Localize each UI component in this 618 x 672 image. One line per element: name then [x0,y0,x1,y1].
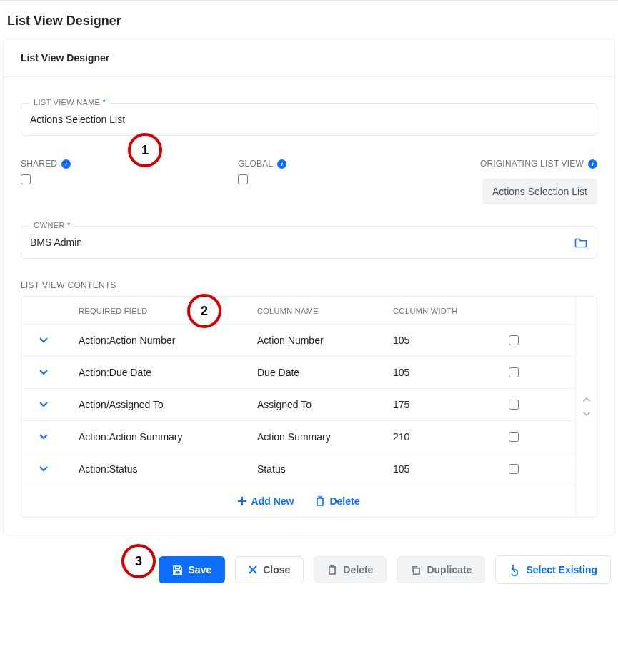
move-up-icon[interactable] [582,397,591,403]
chevron-down-icon[interactable] [29,369,79,376]
cell-required: Action:Due Date [79,367,257,378]
contents-grid: 2 REQUIRED FIELD COLUMN NAME COLUMN WIDT… [21,296,597,518]
callout-1: 1 [128,133,162,167]
select-existing-button[interactable]: Select Existing [495,555,611,584]
cell-colname: Due Date [257,367,393,378]
row-checkbox[interactable] [509,400,519,410]
duplicate-button[interactable]: Duplicate [397,556,485,583]
cell-colwidth: 105 [393,463,507,475]
col-required-header: REQUIRED FIELD [79,307,257,315]
delete-button[interactable]: Delete [314,556,387,583]
chevron-down-icon[interactable] [29,465,79,473]
table-row[interactable]: Action:Action Summary Action Summary 210 [21,421,575,453]
callout-3: 3 [121,544,156,578]
cell-colname: Action Summary [257,431,393,443]
cell-colname: Action Number [257,335,393,346]
row-checkbox[interactable] [509,367,519,377]
save-button[interactable]: Save [159,556,226,583]
reorder-controls [575,297,597,517]
row-checkbox[interactable] [509,432,519,442]
table-row[interactable]: Action:Status Status 105 [21,453,575,485]
cell-required: Action:Action Summary [79,431,257,443]
folder-icon[interactable] [574,237,587,248]
footer-actions: 3 Save Close Delete Duplicate Select Exi… [0,535,618,598]
row-checkbox[interactable] [509,335,519,345]
table-row[interactable]: Action/Assigned To Assigned To 175 [21,389,575,421]
cell-colname: Assigned To [257,399,393,410]
owner-label: OWNER * [29,221,75,229]
cell-colwidth: 210 [393,431,507,443]
cell-colwidth: 105 [393,367,507,378]
name-label: LIST VIEW NAME * [29,98,110,107]
cell-colwidth: 175 [393,399,507,410]
grid-header: REQUIRED FIELD COLUMN NAME COLUMN WIDTH [21,297,575,325]
page-title: List View Designer [7,14,611,29]
table-row[interactable]: Action:Action Number Action Number 105 [21,325,575,357]
callout-2: 2 [187,294,221,328]
cell-colwidth: 105 [393,335,507,346]
info-icon[interactable]: i [277,159,286,169]
owner-field-group: OWNER * [21,226,597,259]
cell-required: Action:Action Number [79,335,257,346]
originating-value: Actions Selection List [482,179,597,204]
name-field-group: LIST VIEW NAME * [21,103,597,136]
shared-checkbox[interactable] [21,174,31,184]
shared-label: SHARED i [21,159,221,169]
card-title: List View Designer [4,39,614,77]
info-icon[interactable]: i [61,159,71,169]
global-label: GLOBAL i [238,159,424,169]
chevron-down-icon[interactable] [29,433,79,440]
cell-required: Action/Assigned To [79,399,257,410]
info-icon[interactable]: i [588,159,597,169]
svg-rect-0 [414,568,419,573]
move-down-icon[interactable] [582,410,591,416]
table-row[interactable]: Action:Due Date Due Date 105 [21,357,575,389]
contents-label: LIST VIEW CONTENTS [21,280,597,290]
chevron-down-icon[interactable] [29,337,79,344]
chevron-down-icon[interactable] [29,401,79,408]
close-button[interactable]: Close [235,556,304,583]
designer-card: List View Designer 1 LIST VIEW NAME * SH… [3,39,615,535]
col-name-header: COLUMN NAME [257,307,393,315]
originating-label: ORIGINATING LIST VIEW i [480,159,597,169]
col-width-header: COLUMN WIDTH [393,307,507,315]
delete-row-button[interactable]: Delete [315,495,359,507]
add-new-button[interactable]: Add New [237,495,294,507]
global-checkbox[interactable] [238,174,248,184]
cell-required: Action:Status [79,463,257,475]
cell-colname: Status [257,463,393,475]
list-view-name-input[interactable] [21,103,597,136]
row-checkbox[interactable] [509,464,519,474]
owner-input[interactable] [21,226,597,259]
